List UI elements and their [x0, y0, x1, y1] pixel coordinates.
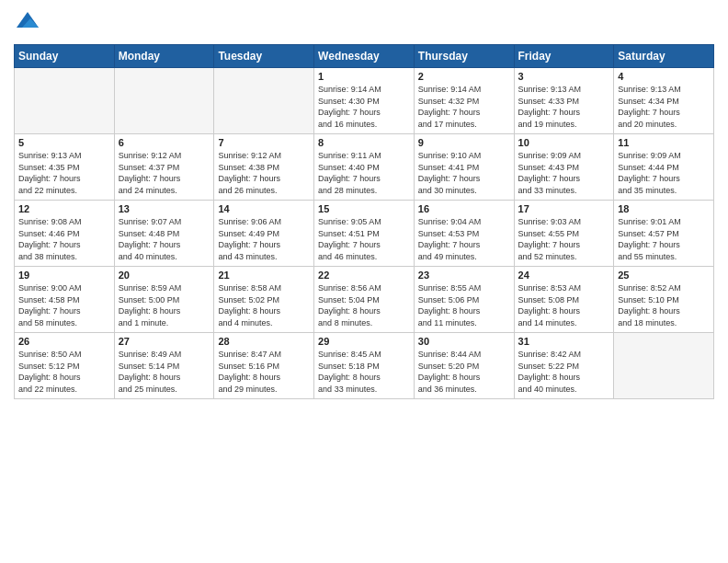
calendar-cell: 3Sunrise: 9:13 AM Sunset: 4:33 PM Daylig… — [514, 68, 614, 134]
day-number: 2 — [418, 71, 510, 82]
calendar-cell: 18Sunrise: 9:01 AM Sunset: 4:57 PM Dayli… — [614, 201, 714, 267]
calendar-cell: 6Sunrise: 9:12 AM Sunset: 4:37 PM Daylig… — [114, 134, 214, 201]
day-info: Sunrise: 8:49 AM Sunset: 5:14 PM Dayligh… — [119, 349, 210, 395]
day-info: Sunrise: 8:55 AM Sunset: 5:06 PM Dayligh… — [418, 282, 510, 328]
day-info: Sunrise: 8:45 AM Sunset: 5:18 PM Dayligh… — [318, 349, 410, 395]
calendar-cell: 9Sunrise: 9:10 AM Sunset: 4:41 PM Daylig… — [414, 134, 514, 201]
calendar-cell: 5Sunrise: 9:13 AM Sunset: 4:35 PM Daylig… — [15, 134, 115, 201]
day-number: 10 — [518, 137, 610, 148]
day-info: Sunrise: 9:05 AM Sunset: 4:51 PM Dayligh… — [318, 216, 410, 262]
day-number: 26 — [18, 336, 110, 347]
day-info: Sunrise: 9:08 AM Sunset: 4:46 PM Dayligh… — [18, 216, 110, 262]
day-info: Sunrise: 9:09 AM Sunset: 4:44 PM Dayligh… — [618, 150, 710, 196]
day-info: Sunrise: 9:13 AM Sunset: 4:33 PM Dayligh… — [518, 84, 610, 130]
weekday-header-row: SundayMondayTuesdayWednesdayThursdayFrid… — [15, 45, 714, 68]
day-number: 9 — [418, 137, 510, 148]
day-info: Sunrise: 8:52 AM Sunset: 5:10 PM Dayligh… — [618, 282, 710, 328]
day-info: Sunrise: 8:44 AM Sunset: 5:20 PM Dayligh… — [418, 349, 510, 395]
weekday-header-thursday: Thursday — [414, 45, 514, 68]
day-number: 21 — [218, 270, 310, 281]
day-info: Sunrise: 9:04 AM Sunset: 4:53 PM Dayligh… — [418, 216, 510, 262]
calendar-week-3: 12Sunrise: 9:08 AM Sunset: 4:46 PM Dayli… — [15, 201, 714, 267]
calendar-week-5: 26Sunrise: 8:50 AM Sunset: 5:12 PM Dayli… — [15, 333, 714, 399]
weekday-header-friday: Friday — [514, 45, 614, 68]
weekday-header-tuesday: Tuesday — [214, 45, 314, 68]
day-info: Sunrise: 9:03 AM Sunset: 4:55 PM Dayligh… — [518, 216, 610, 262]
calendar-cell: 30Sunrise: 8:44 AM Sunset: 5:20 PM Dayli… — [414, 333, 514, 399]
day-number: 25 — [618, 270, 710, 281]
day-number: 3 — [518, 71, 610, 82]
calendar-cell: 12Sunrise: 9:08 AM Sunset: 4:46 PM Dayli… — [15, 201, 115, 267]
day-info: Sunrise: 9:12 AM Sunset: 4:37 PM Dayligh… — [119, 150, 210, 196]
day-info: Sunrise: 9:07 AM Sunset: 4:48 PM Dayligh… — [119, 216, 210, 262]
calendar-cell — [214, 68, 314, 134]
day-info: Sunrise: 9:13 AM Sunset: 4:34 PM Dayligh… — [618, 84, 710, 130]
day-info: Sunrise: 9:06 AM Sunset: 4:49 PM Dayligh… — [218, 216, 310, 262]
calendar-week-4: 19Sunrise: 9:00 AM Sunset: 4:58 PM Dayli… — [15, 267, 714, 333]
day-number: 5 — [18, 137, 110, 148]
day-number: 30 — [418, 336, 510, 347]
day-number: 8 — [318, 137, 410, 148]
weekday-header-saturday: Saturday — [614, 45, 714, 68]
day-info: Sunrise: 9:09 AM Sunset: 4:43 PM Dayligh… — [518, 150, 610, 196]
day-info: Sunrise: 9:11 AM Sunset: 4:40 PM Dayligh… — [318, 150, 410, 196]
day-info: Sunrise: 9:13 AM Sunset: 4:35 PM Dayligh… — [18, 150, 110, 196]
calendar-cell: 20Sunrise: 8:59 AM Sunset: 5:00 PM Dayli… — [114, 267, 214, 333]
calendar-cell: 8Sunrise: 9:11 AM Sunset: 4:40 PM Daylig… — [314, 134, 415, 201]
calendar-cell: 14Sunrise: 9:06 AM Sunset: 4:49 PM Dayli… — [214, 201, 314, 267]
day-info: Sunrise: 8:53 AM Sunset: 5:08 PM Dayligh… — [518, 282, 610, 328]
day-info: Sunrise: 9:00 AM Sunset: 4:58 PM Dayligh… — [18, 282, 110, 328]
calendar-cell: 19Sunrise: 9:00 AM Sunset: 4:58 PM Dayli… — [15, 267, 115, 333]
day-number: 24 — [518, 270, 610, 281]
day-number: 6 — [119, 137, 210, 148]
day-number: 20 — [119, 270, 210, 281]
calendar-week-1: 1Sunrise: 9:14 AM Sunset: 4:30 PM Daylig… — [15, 68, 714, 134]
calendar-cell: 21Sunrise: 8:58 AM Sunset: 5:02 PM Dayli… — [214, 267, 314, 333]
calendar-cell: 27Sunrise: 8:49 AM Sunset: 5:14 PM Dayli… — [114, 333, 214, 399]
day-info: Sunrise: 8:42 AM Sunset: 5:22 PM Dayligh… — [518, 349, 610, 395]
day-number: 14 — [218, 203, 310, 214]
day-info: Sunrise: 9:14 AM Sunset: 4:30 PM Dayligh… — [318, 84, 410, 130]
calendar-cell: 2Sunrise: 9:14 AM Sunset: 4:32 PM Daylig… — [414, 68, 514, 134]
calendar-cell: 26Sunrise: 8:50 AM Sunset: 5:12 PM Dayli… — [15, 333, 115, 399]
calendar-cell: 31Sunrise: 8:42 AM Sunset: 5:22 PM Dayli… — [514, 333, 614, 399]
calendar-cell: 16Sunrise: 9:04 AM Sunset: 4:53 PM Dayli… — [414, 201, 514, 267]
calendar-cell: 7Sunrise: 9:12 AM Sunset: 4:38 PM Daylig… — [214, 134, 314, 201]
day-info: Sunrise: 9:01 AM Sunset: 4:57 PM Dayligh… — [618, 216, 710, 262]
calendar-cell — [114, 68, 214, 134]
day-number: 16 — [418, 203, 510, 214]
day-number: 28 — [218, 336, 310, 347]
day-info: Sunrise: 8:59 AM Sunset: 5:00 PM Dayligh… — [119, 282, 210, 328]
day-number: 15 — [318, 203, 410, 214]
day-number: 19 — [18, 270, 110, 281]
weekday-header-monday: Monday — [114, 45, 214, 68]
calendar-cell: 24Sunrise: 8:53 AM Sunset: 5:08 PM Dayli… — [514, 267, 614, 333]
day-number: 12 — [18, 203, 110, 214]
day-number: 27 — [119, 336, 210, 347]
logo-icon — [14, 9, 41, 37]
calendar-cell: 13Sunrise: 9:07 AM Sunset: 4:48 PM Dayli… — [114, 201, 214, 267]
day-number: 7 — [218, 137, 310, 148]
day-number: 18 — [618, 203, 710, 214]
calendar-cell: 11Sunrise: 9:09 AM Sunset: 4:44 PM Dayli… — [614, 134, 714, 201]
day-number: 13 — [119, 203, 210, 214]
calendar-cell: 25Sunrise: 8:52 AM Sunset: 5:10 PM Dayli… — [614, 267, 714, 333]
logo — [14, 9, 45, 37]
calendar-cell — [15, 68, 115, 134]
day-info: Sunrise: 9:10 AM Sunset: 4:41 PM Dayligh… — [418, 150, 510, 196]
calendar-cell: 23Sunrise: 8:55 AM Sunset: 5:06 PM Dayli… — [414, 267, 514, 333]
calendar-cell: 17Sunrise: 9:03 AM Sunset: 4:55 PM Dayli… — [514, 201, 614, 267]
day-info: Sunrise: 8:50 AM Sunset: 5:12 PM Dayligh… — [18, 349, 110, 395]
day-info: Sunrise: 8:58 AM Sunset: 5:02 PM Dayligh… — [218, 282, 310, 328]
day-info: Sunrise: 8:56 AM Sunset: 5:04 PM Dayligh… — [318, 282, 410, 328]
page-header — [14, 9, 714, 37]
day-number: 17 — [518, 203, 610, 214]
day-number: 23 — [418, 270, 510, 281]
day-number: 4 — [618, 71, 710, 82]
weekday-header-wednesday: Wednesday — [314, 45, 415, 68]
day-info: Sunrise: 9:12 AM Sunset: 4:38 PM Dayligh… — [218, 150, 310, 196]
day-number: 31 — [518, 336, 610, 347]
calendar-cell: 29Sunrise: 8:45 AM Sunset: 5:18 PM Dayli… — [314, 333, 415, 399]
calendar-cell: 28Sunrise: 8:47 AM Sunset: 5:16 PM Dayli… — [214, 333, 314, 399]
calendar-cell: 1Sunrise: 9:14 AM Sunset: 4:30 PM Daylig… — [314, 68, 415, 134]
